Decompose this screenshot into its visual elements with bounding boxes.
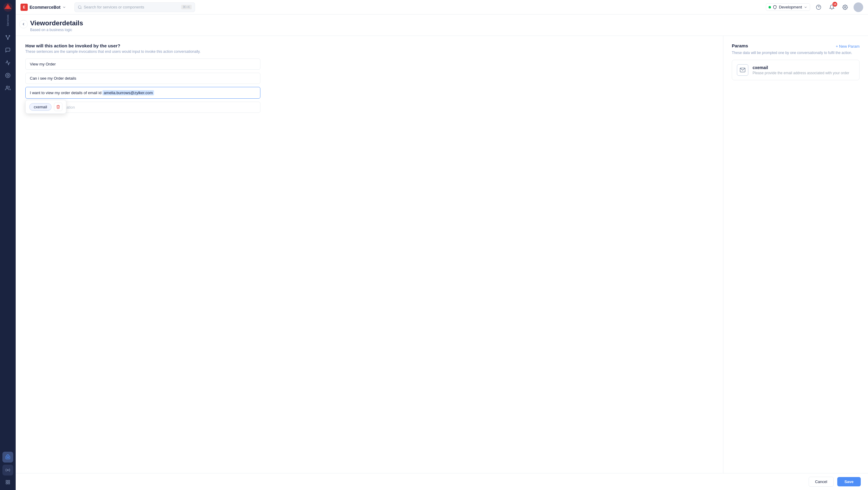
back-button[interactable] <box>19 20 28 28</box>
param-email-icon <box>737 64 748 76</box>
sidebar-item-flow[interactable] <box>2 32 13 43</box>
svg-point-9 <box>6 86 8 88</box>
svg-line-6 <box>8 36 9 39</box>
param-info: cxemail Please provide the email address… <box>752 65 849 75</box>
svg-point-18 <box>78 5 81 8</box>
token-delete-button[interactable] <box>54 103 62 111</box>
svg-point-12 <box>8 457 9 458</box>
sidebar-item-connect[interactable] <box>2 70 13 81</box>
svg-point-4 <box>7 38 8 39</box>
page-footer: Cancel Save <box>16 473 868 490</box>
svg-rect-15 <box>8 480 10 482</box>
invocation-input-1[interactable] <box>25 59 260 70</box>
env-chevron-icon <box>804 5 807 9</box>
svg-rect-10 <box>6 456 10 459</box>
invocation-prefix-text: I want to view my order details of email… <box>30 90 102 95</box>
page-header: Vieworderdetails Based on a business log… <box>16 15 868 36</box>
cancel-button[interactable]: Cancel <box>809 477 833 487</box>
invocation-token: amelia.burrows@zylker.com <box>102 90 154 95</box>
brand-icon: E <box>21 4 28 11</box>
sidebar-item-apps[interactable] <box>2 477 13 488</box>
right-column: Params + New Param These data will be pr… <box>723 36 868 473</box>
svg-rect-17 <box>8 483 10 484</box>
param-name: cxemail <box>752 65 849 70</box>
sidebar-services-label: Services <box>6 15 9 26</box>
sidebar-item-chat[interactable] <box>2 45 13 56</box>
two-col-layout: How will this action be invoked by the u… <box>16 36 868 473</box>
search-placeholder: Search for services or components <box>84 5 179 9</box>
environment-icon <box>773 5 777 9</box>
sidebar: Services <box>0 0 16 490</box>
user-avatar[interactable] <box>854 2 863 12</box>
brand-chevron-icon <box>62 5 66 9</box>
params-header: Params + New Param <box>732 43 860 50</box>
help-button[interactable] <box>814 2 824 12</box>
notifications-button[interactable]: 15 <box>827 2 837 12</box>
new-param-button[interactable]: + New Param <box>836 44 860 49</box>
invocation-section-subtitle: These sentences are the sample invocatio… <box>25 50 713 54</box>
invocation-section-title: How will this action be invoked by the u… <box>25 43 713 48</box>
app-logo <box>3 2 13 12</box>
params-section-subtitle: These data will be prompted one by one c… <box>732 51 860 55</box>
navbar: E EcommerceBot Search for services or co… <box>16 0 868 15</box>
search-shortcut: ⌘+K <box>181 5 192 9</box>
invocation-row-2 <box>25 73 260 84</box>
search-icon <box>78 5 82 9</box>
params-section-title: Params <box>732 43 748 48</box>
brand-name: EcommerceBot <box>30 5 61 10</box>
sidebar-item-tools[interactable] <box>2 465 13 475</box>
svg-rect-14 <box>6 480 7 482</box>
svg-line-5 <box>6 36 8 39</box>
invocation-row-3: I want to view my order details of email… <box>25 87 260 99</box>
environment-label: Development <box>779 5 802 9</box>
sidebar-item-bot[interactable] <box>2 452 13 463</box>
environment-selector[interactable]: Development <box>766 3 810 11</box>
token-chip-cxemail[interactable]: cxemail <box>29 103 52 111</box>
navbar-right: Development 15 <box>766 2 863 12</box>
notification-badge: 15 <box>832 2 837 7</box>
svg-point-11 <box>7 457 7 458</box>
invocation-input-2[interactable] <box>25 73 260 84</box>
invocation-row-1 <box>25 59 260 70</box>
search-bar[interactable]: Search for services or components ⌘+K <box>74 2 195 12</box>
sidebar-bottom <box>2 451 13 488</box>
save-button[interactable]: Save <box>837 477 861 486</box>
svg-rect-16 <box>6 483 7 484</box>
svg-point-1 <box>6 6 9 9</box>
invocation-input-3-display[interactable]: I want to view my order details of email… <box>25 87 260 99</box>
svg-point-13 <box>7 469 8 471</box>
param-description: Please provide the email address associa… <box>752 71 849 75</box>
svg-point-2 <box>6 35 7 36</box>
svg-point-7 <box>6 73 10 78</box>
settings-button[interactable] <box>840 2 850 12</box>
page-title: Vieworderdetails <box>30 19 861 27</box>
param-card-1[interactable]: cxemail Please provide the email address… <box>732 60 860 80</box>
page-subtitle: Based on a business logic <box>30 28 861 32</box>
main-container: E EcommerceBot Search for services or co… <box>16 0 868 490</box>
svg-point-8 <box>7 75 9 76</box>
invocation-list: I want to view my order details of email… <box>25 59 260 113</box>
brand[interactable]: E EcommerceBot <box>21 4 66 11</box>
sidebar-item-users[interactable] <box>2 83 13 93</box>
svg-line-19 <box>81 8 82 9</box>
token-dropdown: cxemail <box>25 100 66 114</box>
svg-point-3 <box>9 35 10 36</box>
content-area: Vieworderdetails Based on a business log… <box>16 15 868 490</box>
svg-point-22 <box>844 6 846 8</box>
sidebar-item-analytics[interactable] <box>2 57 13 68</box>
env-dot <box>769 6 771 8</box>
left-column: How will this action be invoked by the u… <box>16 36 723 473</box>
